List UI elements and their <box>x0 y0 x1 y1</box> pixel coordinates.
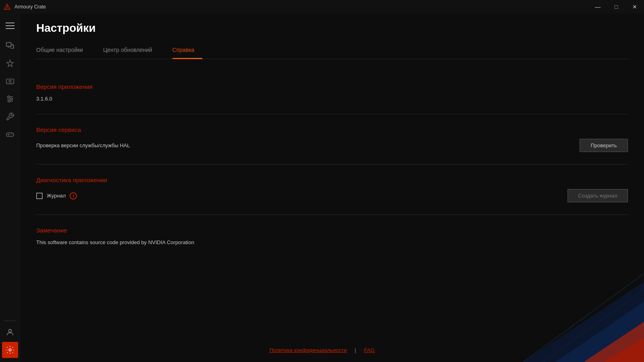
svg-point-7 <box>9 80 11 82</box>
svg-point-17 <box>11 134 12 135</box>
section-app-version: Версия приложения 3.1.6.0 <box>36 71 628 114</box>
sidebar-item-gamevisual[interactable] <box>2 73 18 89</box>
section-service-version: Версия сервиса Проверка версии службы/сл… <box>36 114 628 165</box>
log-checkbox-row: Журнал i <box>36 192 77 200</box>
section-app-diagnostics: Диагностика приложения Журнал i Создать … <box>36 165 628 215</box>
app-version-content: 3.1.6.0 <box>36 96 628 102</box>
svg-point-11 <box>8 96 10 98</box>
app-title: Armoury Crate <box>14 4 46 10</box>
svg-rect-14 <box>6 133 14 136</box>
window-controls: — □ ✕ <box>588 0 644 14</box>
svg-point-13 <box>8 100 10 102</box>
log-checkbox[interactable] <box>36 193 43 199</box>
footer-separator: | <box>355 347 356 353</box>
tab-updates[interactable]: Центр обновлений <box>103 43 160 59</box>
privacy-policy-link[interactable]: Политика конфиденциальности <box>269 347 347 353</box>
create-log-button[interactable]: Создать журнал <box>568 189 628 202</box>
title-bar-left: Armoury Crate <box>3 3 46 11</box>
svg-point-19 <box>8 329 11 332</box>
svg-rect-4 <box>6 43 11 46</box>
content-area: Настройки Общие настройки Центр обновлен… <box>20 14 644 362</box>
close-button[interactable]: ✕ <box>625 0 644 14</box>
sidebar-item-devices[interactable] <box>2 38 18 54</box>
tab-general[interactable]: Общие настройки <box>36 43 91 59</box>
svg-point-12 <box>10 98 12 100</box>
check-button[interactable]: Проверить <box>580 139 628 152</box>
svg-rect-3 <box>7 6 8 6</box>
tabs-container: Общие настройки Центр обновлений Справка <box>36 43 628 59</box>
notice-content: This software contains source code provi… <box>36 239 628 245</box>
notice-title: Замечание <box>36 227 628 234</box>
service-version-description: Проверка версии службы/службы HAL <box>36 142 130 148</box>
faq-link[interactable]: FAQ <box>364 347 375 353</box>
app-logo-icon <box>3 3 11 11</box>
diagnostics-row: Журнал i Создать журнал <box>36 189 628 202</box>
maximize-button[interactable]: □ <box>607 0 625 14</box>
app-version-title: Версия приложения <box>36 83 628 90</box>
minimize-button[interactable]: — <box>588 0 607 14</box>
log-label: Журнал <box>47 193 66 199</box>
sidebar <box>0 14 20 362</box>
sidebar-item-aura[interactable] <box>2 56 18 72</box>
tab-help[interactable]: Справка <box>172 43 202 59</box>
app-body: Настройки Общие настройки Центр обновлен… <box>0 14 644 362</box>
service-version-title: Версия сервиса <box>36 126 628 133</box>
svg-point-18 <box>10 135 11 136</box>
sidebar-item-sliders[interactable] <box>2 91 18 107</box>
info-icon[interactable]: i <box>70 192 77 200</box>
section-notice: Замечание This software contains source … <box>36 215 628 257</box>
svg-rect-2 <box>7 6 8 8</box>
notice-text: This software contains source code provi… <box>36 239 194 245</box>
title-bar: Armoury Crate — □ ✕ <box>0 0 644 14</box>
sidebar-menu-button[interactable] <box>2 18 18 34</box>
svg-rect-6 <box>6 79 14 84</box>
sidebar-item-tools[interactable] <box>2 109 18 125</box>
footer: Политика конфиденциальности | FAQ <box>0 338 644 362</box>
page-title: Настройки <box>36 22 628 35</box>
diagnostics-title: Диагностика приложения <box>36 177 628 183</box>
service-version-content: Проверка версии службы/службы HAL Провер… <box>36 139 628 152</box>
app-version-value: 3.1.6.0 <box>36 96 52 102</box>
sidebar-item-gamepad[interactable] <box>2 126 18 142</box>
